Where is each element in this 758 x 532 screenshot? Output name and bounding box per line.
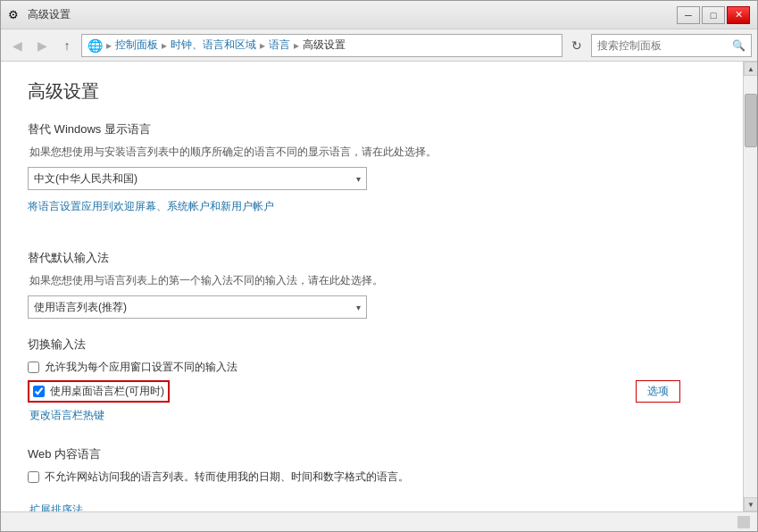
scrollbar-up-arrow[interactable]: ▲ [744, 62, 757, 76]
input-method-value: 使用语言列表(推荐) [34, 300, 356, 315]
web-checkbox-row: 不允许网站访问我的语言列表。转而使用我的日期、时间和数字格式的语言。 [28, 470, 716, 485]
checkbox-desktop-langbar-label: 使用桌面语言栏(可用时) [50, 384, 164, 399]
window-icon: ⚙ [8, 8, 22, 22]
scrollbar-down-arrow[interactable]: ▼ [744, 497, 757, 511]
checkbox-highlighted-box: 使用桌面语言栏(可用时) [28, 380, 170, 403]
refresh-button[interactable]: ↻ [566, 35, 587, 56]
content-wrapper: 高级设置 替代 Windows 显示语言 如果您想使用与安装语言列表中的顺序所确… [1, 62, 757, 511]
breadcrumb-sep3: ▸ [260, 39, 265, 52]
checkbox-different-input-label: 允许我为每个应用窗口设置不同的输入法 [45, 360, 237, 375]
display-lang-dropdown[interactable]: 中文(中华人民共和国) ▾ [28, 167, 367, 190]
web-content-heading: Web 内容语言 [28, 446, 716, 462]
breadcrumb-sep4: ▸ [294, 39, 299, 52]
status-bar [1, 511, 757, 531]
checkbox-row-1: 允许我为每个应用窗口设置不同的输入法 [28, 360, 716, 375]
window-title: 高级设置 [28, 7, 71, 22]
breadcrumb-separator: ▸ [106, 39, 112, 52]
search-bar: 🔍 [591, 34, 752, 57]
switch-input-heading: 切换输入法 [28, 337, 716, 353]
display-lang-dropdown-row: 中文(中华人民共和国) ▾ [28, 167, 716, 190]
address-bar: ◀ ▶ ↑ 🌐 ▸ 控制面板 ▸ 时钟、语言和区域 ▸ 语言 ▸ 高级设置 ↻ … [1, 29, 757, 62]
search-input[interactable] [597, 39, 732, 52]
breadcrumb-controlpanel[interactable]: 控制面板 [115, 37, 158, 53]
checkbox-desktop-langbar[interactable] [33, 386, 45, 397]
up-button[interactable]: ↑ [56, 35, 78, 56]
status-right [737, 516, 750, 528]
breadcrumb-timeregion[interactable]: 时钟、语言和区域 [171, 37, 256, 53]
web-content-section: Web 内容语言 不允许网站访问我的语言列表。转而使用我的日期、时间和数字格式的… [28, 446, 716, 485]
title-bar-controls: ─ □ ✕ [677, 6, 750, 24]
page-title: 高级设置 [28, 79, 716, 104]
sort-link[interactable]: 扩展排序法 [29, 503, 83, 511]
input-method-heading: 替代默认输入法 [28, 250, 716, 266]
breadcrumb-bar: 🌐 ▸ 控制面板 ▸ 时钟、语言和区域 ▸ 语言 ▸ 高级设置 [81, 34, 562, 57]
title-bar: ⚙ 高级设置 ─ □ ✕ [1, 1, 757, 29]
options-button[interactable]: 选项 [636, 380, 680, 403]
switch-input-section: 切换输入法 允许我为每个应用窗口设置不同的输入法 使用桌面语言栏(可用时) 选项… [28, 337, 716, 428]
display-lang-heading: 替代 Windows 显示语言 [28, 121, 716, 137]
checkbox-different-input[interactable] [28, 362, 39, 373]
bottom-section: 扩展排序法 [28, 503, 716, 511]
resize-handle[interactable] [737, 516, 750, 528]
input-method-dropdown-row: 使用语言列表(推荐) ▾ [28, 295, 716, 319]
main-window: ⚙ 高级设置 ─ □ ✕ ◀ ▶ ↑ 🌐 ▸ 控制面板 ▸ 时钟、语言和区域 ▸… [0, 0, 758, 532]
web-checkbox-label: 不允许网站访问我的语言列表。转而使用我的日期、时间和数字格式的语言。 [45, 470, 409, 485]
scrollbar-area [744, 76, 757, 497]
input-method-section: 替代默认输入法 如果您想使用与语言列表上的第一个输入法不同的输入法，请在此处选择… [28, 250, 716, 319]
forward-button[interactable]: ▶ [31, 35, 53, 56]
scrollbar-thumb[interactable] [745, 94, 757, 147]
display-lang-section: 替代 Windows 显示语言 如果您想使用与安装语言列表中的顺序所确定的语言不… [28, 121, 716, 232]
close-button[interactable]: ✕ [727, 6, 750, 24]
breadcrumb-language[interactable]: 语言 [269, 37, 290, 53]
display-lang-desc: 如果您想使用与安装语言列表中的顺序所确定的语言不同的显示语言，请在此处选择。 [29, 145, 716, 160]
scrollbar-track: ▲ ▼ [743, 62, 757, 511]
search-icon: 🔍 [732, 39, 746, 52]
maximize-button[interactable]: □ [702, 6, 725, 24]
display-lang-dropdown-arrow: ▾ [356, 174, 361, 184]
input-method-dropdown[interactable]: 使用语言列表(推荐) ▾ [28, 295, 367, 319]
breadcrumb-current: 高级设置 [303, 37, 346, 53]
input-method-desc: 如果您想使用与语言列表上的第一个输入法不同的输入法，请在此处选择。 [29, 273, 716, 288]
apply-link[interactable]: 将语言设置应用到欢迎屏幕、系统帐户和新用户帐户 [28, 199, 274, 214]
breadcrumb-sep2: ▸ [162, 39, 167, 52]
input-method-dropdown-arrow: ▾ [356, 303, 361, 312]
hotkey-link[interactable]: 更改语言栏热键 [29, 408, 104, 423]
back-button[interactable]: ◀ [6, 35, 28, 56]
display-lang-value: 中文(中华人民共和国) [34, 171, 356, 187]
main-content: 高级设置 替代 Windows 显示语言 如果您想使用与安装语言列表中的顺序所确… [1, 62, 743, 511]
title-bar-left: ⚙ 高级设置 [8, 7, 71, 22]
checkbox-row-2-container: 使用桌面语言栏(可用时) 选项 [28, 380, 716, 403]
breadcrumb-icon: 🌐 [87, 38, 103, 53]
minimize-button[interactable]: ─ [677, 6, 700, 24]
checkbox-no-website[interactable] [28, 471, 39, 483]
